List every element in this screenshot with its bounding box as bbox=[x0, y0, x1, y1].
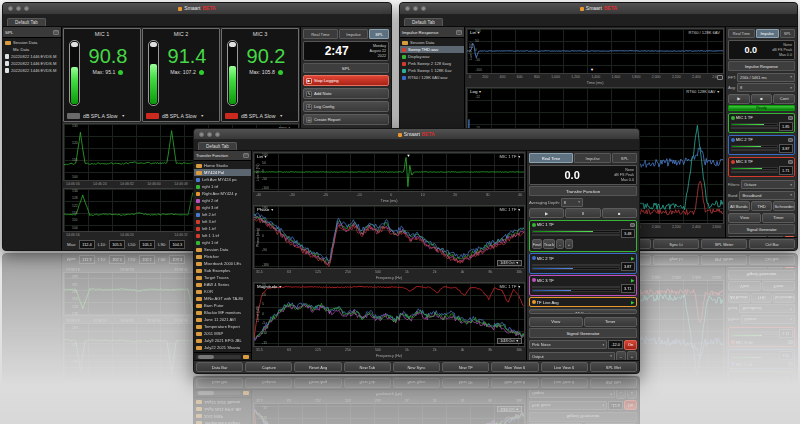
phase-plot[interactable]: Phase (deg) 180900-90-180 Phase▼ MIC 1 T… bbox=[253, 205, 525, 269]
transport-button[interactable]: ■ bbox=[602, 208, 637, 218]
trace-name[interactable]: RT60 128K 6AV▼ bbox=[686, 89, 720, 94]
tab-default[interactable]: Default Tab bbox=[198, 142, 237, 150]
list-item[interactable]: Blackie MF monitors bbox=[194, 309, 251, 316]
menu-icon[interactable] bbox=[243, 153, 249, 158]
list-item[interactable]: left 1 1.trf bbox=[194, 232, 251, 239]
list-item[interactable]: Barn Puter bbox=[194, 302, 251, 309]
control-bar-button[interactable]: Sync Lt bbox=[653, 239, 699, 249]
control-bar-button[interactable]: New Tab bbox=[344, 362, 391, 372]
list-item[interactable]: 2051 MSP bbox=[194, 330, 251, 337]
locate-marker[interactable]: ▼ bbox=[590, 67, 594, 72]
list-item[interactable]: 20220822 1446 EVDS.M bbox=[3, 53, 61, 60]
transport-button[interactable]: ▶ bbox=[728, 94, 750, 104]
list-item[interactable]: left 1.trf bbox=[194, 225, 251, 232]
band-select[interactable]: Broadband bbox=[739, 191, 795, 200]
plot-scale-selector[interactable]: Log▼ bbox=[470, 89, 482, 94]
list-item[interactable]: EAW 4 Series bbox=[194, 281, 251, 288]
list-item[interactable]: Target Traces bbox=[194, 274, 251, 281]
spl-meter-mic3[interactable]: MIC 3 90.2 Max: 105.8 dB SPL A Slow▼ bbox=[221, 28, 299, 122]
delay-value[interactable]: 3.87 bbox=[621, 262, 635, 271]
mode-real-time[interactable]: Real Time bbox=[529, 153, 573, 163]
control-bar-button[interactable]: Ctrl Bar bbox=[749, 239, 795, 249]
mode-real-time[interactable]: Real Time bbox=[303, 29, 338, 39]
delay-value[interactable]: 3.48 bbox=[621, 229, 635, 238]
list-item[interactable]: Left Ave MY424 po bbox=[194, 176, 251, 183]
list-item[interactable]: MiNo AGT with TA-80 bbox=[194, 295, 251, 302]
traffic-lights[interactable] bbox=[199, 132, 220, 137]
plot-scale-selector[interactable]: Lin▼ bbox=[257, 154, 267, 159]
control-bar-button[interactable]: Reset Avg bbox=[294, 362, 341, 372]
close-button[interactable] bbox=[8, 6, 13, 11]
filters-select[interactable]: Octave bbox=[741, 180, 795, 189]
close-button[interactable] bbox=[199, 132, 204, 137]
list-item[interactable]: left 2.trf bbox=[194, 211, 251, 218]
mode-impulse[interactable]: Impulse bbox=[574, 153, 611, 163]
mode-spl[interactable]: SPL bbox=[780, 29, 795, 38]
control-bar-button[interactable]: New TF bbox=[442, 362, 489, 372]
mode-real-time[interactable]: Real Time bbox=[728, 29, 755, 38]
trace-name[interactable]: RT60 / 128K 6AV bbox=[689, 30, 720, 35]
list-item[interactable]: Session Data bbox=[194, 246, 251, 253]
titlebar[interactable]: SmaartBETA bbox=[400, 3, 797, 15]
camera-icon[interactable] bbox=[788, 138, 793, 142]
trace-name[interactable]: MIC 1 TF▼ bbox=[500, 154, 521, 159]
list-item[interactable]: Session Data bbox=[3, 39, 61, 46]
create-report-button[interactable]: ▤Create Report bbox=[303, 114, 389, 125]
list-item[interactable]: Sub Examples bbox=[194, 267, 251, 274]
minimize-button[interactable] bbox=[413, 6, 418, 11]
zoom-button[interactable] bbox=[215, 132, 220, 137]
add-note-button[interactable]: ✎Add Note bbox=[303, 88, 389, 99]
list-item[interactable]: left 3.trf bbox=[194, 218, 251, 225]
add-tf-engine-button[interactable]: + TF Engine bbox=[529, 309, 637, 314]
mode-impulse[interactable]: Impulse bbox=[756, 29, 779, 38]
folder-icon[interactable] bbox=[243, 355, 249, 359]
tab-default[interactable]: Default Tab bbox=[7, 18, 46, 26]
list-item[interactable]: right 1.trf bbox=[194, 239, 251, 246]
list-item[interactable]: right 1.trf bbox=[194, 183, 251, 190]
list-item[interactable]: 20220822 1446 EVDS.M bbox=[3, 60, 61, 67]
generator-on-button[interactable]: On bbox=[624, 340, 637, 350]
list-item[interactable]: July9 2021 EPG JBL bbox=[194, 337, 251, 344]
control-bar-button[interactable]: Live View 6 bbox=[541, 362, 588, 372]
zoom-button[interactable] bbox=[24, 6, 29, 11]
meter-mode[interactable]: dB SPL A Slow bbox=[83, 113, 117, 119]
list-item[interactable]: Mixerbank 2000 LEs bbox=[194, 260, 251, 267]
list-item[interactable]: Home Studio bbox=[194, 162, 251, 169]
camera-icon[interactable] bbox=[788, 116, 793, 120]
generator-level[interactable]: -12.0 bbox=[608, 340, 623, 349]
view-button[interactable]: View bbox=[529, 317, 583, 327]
list-item[interactable]: 20220822 1446 EVDS.M bbox=[3, 67, 61, 74]
list-item[interactable]: right 2.trf bbox=[194, 197, 251, 204]
traffic-lights[interactable] bbox=[405, 6, 426, 11]
zoom-button[interactable] bbox=[421, 6, 426, 11]
stop-logging-button[interactable]: ▶Stop Logging bbox=[303, 75, 389, 86]
ir-engine-mic3[interactable]: MIC 3 TF 1.71 bbox=[728, 157, 795, 178]
control-bar-button[interactable]: SPL Meter bbox=[701, 239, 747, 249]
delay-value[interactable]: 3.71 bbox=[621, 284, 635, 293]
list-item[interactable]: Pink Sweep 1 128K 6av bbox=[400, 67, 464, 74]
delay-plus-button[interactable]: + bbox=[565, 239, 573, 249]
smoothing-badge[interactable]: 1/48 Oct▼ bbox=[497, 260, 522, 266]
list-item[interactable]: Temperature Experi bbox=[194, 323, 251, 330]
avg-select[interactable]: 8 bbox=[737, 83, 795, 92]
spl-meter-mic2[interactable]: MIC 2 91.4 Max: 107.2 dB SPL A Slow▼ bbox=[142, 28, 220, 122]
minimize-button[interactable] bbox=[207, 132, 212, 137]
delay-value[interactable]: 3.87 bbox=[779, 144, 793, 153]
transport-button[interactable]: Cont bbox=[773, 94, 795, 104]
control-bar-button[interactable]: SPL Met bbox=[590, 362, 637, 372]
traffic-lights[interactable] bbox=[8, 6, 29, 11]
control-bar-button[interactable]: Data Bar bbox=[196, 362, 243, 372]
utility-button[interactable]: Schroeder bbox=[773, 201, 795, 211]
live-ir-plot[interactable]: Live IR (%) 100500-50-100 Lin▼ MIC 1 TF▼… bbox=[253, 152, 525, 192]
list-item[interactable]: Sweep THD.wav bbox=[400, 46, 464, 53]
ir-engine-mic2[interactable]: MIC 2 TF 3.87 bbox=[728, 135, 795, 156]
list-item[interactable]: Fletcher bbox=[194, 253, 251, 260]
transport-button[interactable]: ■ bbox=[751, 94, 773, 104]
magnitude-plot[interactable]: Level (dB) 151050-5-10-15 Magnitude▼ MIC… bbox=[253, 282, 525, 347]
minimize-button[interactable] bbox=[16, 6, 21, 11]
tf-engine-mic1[interactable]: MIC 1 TF 3.48 Find Track - + bbox=[529, 220, 637, 252]
list-item[interactable]: Pink Sweep 2 128 6avg bbox=[400, 60, 464, 67]
plot-scale-selector[interactable]: Magnitude▼ bbox=[257, 284, 282, 289]
smoothing-badge[interactable]: 1/48 Oct▼ bbox=[497, 338, 522, 344]
list-item[interactable]: June 11 2021 AVI bbox=[194, 316, 251, 323]
